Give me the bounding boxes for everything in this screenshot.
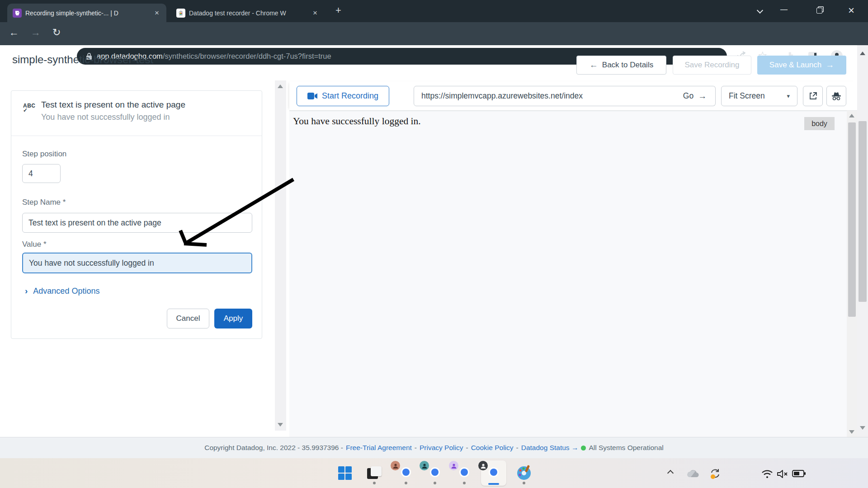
- cancel-button[interactable]: Cancel: [167, 309, 209, 328]
- browser-tab-recording[interactable]: Recording simple-synthetic-... | D ×: [7, 4, 166, 22]
- scroll-down-icon[interactable]: [849, 430, 854, 434]
- back-to-details-button[interactable]: ← Back to Details: [576, 56, 666, 75]
- tab-close-icon[interactable]: ×: [310, 8, 320, 18]
- datadog-favicon: [13, 9, 22, 18]
- cookie-policy-link[interactable]: Cookie Policy: [471, 444, 514, 452]
- step-card-title: Test text is present on the active page: [41, 100, 185, 110]
- separator: -: [516, 444, 519, 452]
- start-recording-button[interactable]: Start Recording: [297, 86, 389, 106]
- profile-badge: [478, 461, 488, 470]
- step-name-label: Step Name *: [22, 198, 66, 207]
- cancel-label: Cancel: [176, 314, 200, 323]
- running-indicator: [405, 482, 407, 484]
- page-scrollbar[interactable]: [857, 45, 868, 437]
- running-indicator: [523, 482, 525, 484]
- battery-icon[interactable]: [792, 470, 806, 479]
- save-launch-label: Save & Launch: [769, 61, 821, 70]
- left-panel-scrollbar[interactable]: [275, 80, 286, 431]
- back-to-details-label: Back to Details: [602, 61, 653, 70]
- back-icon[interactable]: ←: [9, 27, 19, 38]
- onedrive-cloud-icon[interactable]: [686, 469, 699, 479]
- separator: -: [466, 444, 468, 452]
- recorder-url-input[interactable]: [414, 86, 675, 106]
- windows-taskbar: ENG IN 18:56 17-09-2022: [0, 458, 868, 488]
- scroll-up-icon[interactable]: [860, 52, 865, 55]
- datadog-status-link[interactable]: Datadog Status →: [521, 444, 579, 452]
- forward-icon[interactable]: →: [31, 27, 41, 38]
- scroll-down-icon[interactable]: [860, 426, 865, 430]
- status-text: All Systems Operational: [589, 444, 663, 452]
- tab-close-icon[interactable]: ×: [152, 8, 162, 18]
- running-indicator: [434, 482, 436, 484]
- profile-badge: [420, 461, 429, 470]
- scrollbar-thumb[interactable]: [859, 121, 867, 302]
- profile-badge: [449, 461, 458, 470]
- open-external-button[interactable]: [803, 86, 823, 106]
- window-minimize-button[interactable]: —: [780, 5, 788, 14]
- apply-label: Apply: [224, 314, 243, 323]
- camera-icon: [307, 93, 317, 99]
- launch-arrow-icon: →: [826, 60, 834, 70]
- apply-button[interactable]: Apply: [214, 309, 252, 328]
- paint-icon[interactable]: [515, 464, 533, 481]
- caret-down-icon: ▾: [787, 93, 790, 99]
- step-position-label: Step position: [22, 150, 66, 159]
- new-tab-button[interactable]: +: [335, 5, 341, 16]
- viewport-scrollbar[interactable]: [847, 111, 857, 437]
- copyright-text: Copyright Datadog, Inc. 2022 - 35.993739…: [204, 444, 343, 452]
- chevron-right-icon: ›: [25, 286, 28, 296]
- recorded-page-text: You have successfully logged in.: [293, 116, 421, 127]
- free-trial-agreement-link[interactable]: Free-Trial Agreement: [346, 444, 412, 452]
- sync-icon[interactable]: [710, 468, 721, 481]
- value-label: Value *: [22, 240, 47, 249]
- privacy-policy-link[interactable]: Privacy Policy: [420, 444, 463, 452]
- selector-badge: body: [804, 117, 835, 130]
- advanced-options-toggle[interactable]: › Advanced Options: [25, 286, 99, 296]
- url-path: /synthetics/browser/recorder/ddh-cgt-7us…: [163, 52, 331, 60]
- page-footer: Copyright Datadog, Inc. 2022 - 35.993739…: [0, 437, 868, 458]
- step-name-input[interactable]: [22, 213, 252, 233]
- incognito-mode-button[interactable]: [826, 86, 846, 106]
- step-edit-card: ABC✓ Test text is present on the active …: [11, 90, 262, 339]
- advanced-options-label: Advanced Options: [33, 286, 99, 296]
- wifi-icon[interactable]: [761, 469, 773, 480]
- running-indicator: [463, 482, 466, 484]
- window-restore-button[interactable]: [816, 8, 822, 14]
- volume-muted-icon[interactable]: [777, 469, 788, 480]
- profile-badge: [391, 461, 400, 470]
- chrome-profile-4-active-tile[interactable]: [481, 460, 506, 486]
- value-input[interactable]: [22, 253, 252, 273]
- save-and-launch-button[interactable]: Save & Launch →: [757, 56, 846, 75]
- go-button[interactable]: Go →: [675, 86, 716, 106]
- external-link-icon: [809, 92, 817, 100]
- scroll-up-icon[interactable]: [278, 84, 283, 88]
- scroll-up-icon[interactable]: [849, 114, 854, 117]
- running-indicator: [373, 482, 376, 484]
- page-title: simple-synthetic-browser-test: [12, 53, 153, 66]
- snipping-tool-icon[interactable]: [367, 466, 382, 480]
- text-assertion-icon: ABC✓: [23, 103, 38, 113]
- window-close-button[interactable]: ×: [848, 4, 854, 17]
- scrollbar-thumb[interactable]: [848, 122, 856, 317]
- chrome-webstore-favicon: [176, 9, 185, 18]
- reload-icon[interactable]: ↻: [52, 27, 61, 38]
- scroll-down-icon[interactable]: [278, 423, 283, 427]
- browser-tab-webstore[interactable]: Datadog test recorder - Chrome W ×: [171, 4, 325, 22]
- fit-screen-dropdown[interactable]: Fit Screen ▾: [721, 86, 797, 106]
- separator: -: [415, 444, 417, 452]
- browser-navbar: ← → ↻ app.datadoghq.com/synthetics/brows…: [0, 22, 868, 45]
- go-arrow-icon: →: [698, 91, 707, 101]
- recorded-page-viewport: [289, 111, 847, 437]
- step-position-input[interactable]: [22, 164, 61, 183]
- save-recording-button[interactable]: Save Recording: [673, 56, 751, 75]
- step-card-subtitle: You have not successfully logged in: [41, 113, 170, 122]
- step-card-header: ABC✓ Test text is present on the active …: [11, 91, 262, 136]
- hidden-icons-chevron[interactable]: [667, 470, 674, 476]
- tab-title: Datadog test recorder - Chrome W: [189, 9, 307, 17]
- tab-title: Recording simple-synthetic-... | D: [25, 9, 148, 17]
- tab-search-chevron-icon[interactable]: [757, 7, 763, 14]
- back-arrow-icon: ←: [590, 60, 598, 70]
- incognito-icon: [831, 92, 841, 101]
- start-button[interactable]: [337, 465, 353, 481]
- save-recording-label: Save Recording: [685, 61, 740, 70]
